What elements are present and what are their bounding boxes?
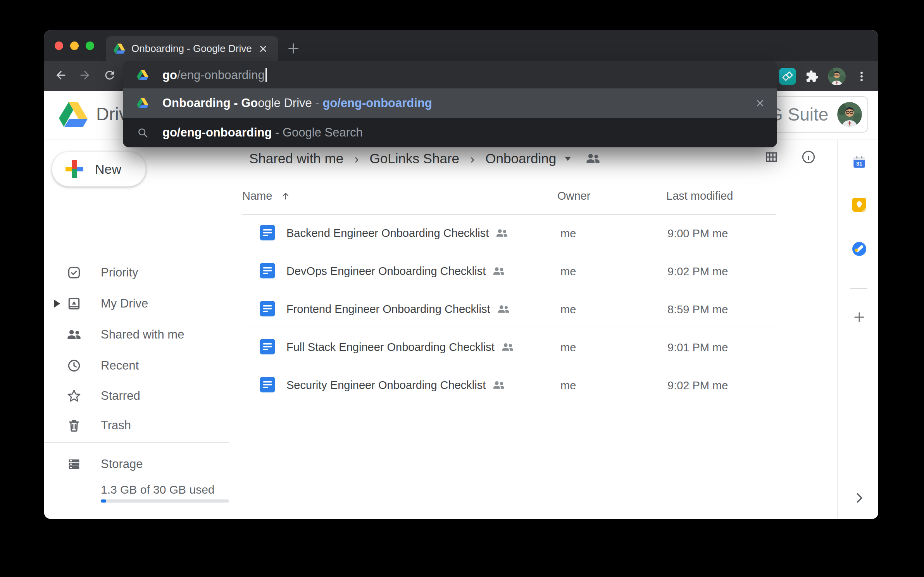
- suggestion-title-match: Onboarding - Go: [162, 96, 258, 110]
- file-name: Backend Engineer Onboarding Checklist: [286, 227, 489, 240]
- info-icon[interactable]: [801, 149, 816, 165]
- suggestion-separator: -: [315, 96, 319, 110]
- shared-people-icon: [496, 229, 508, 238]
- remove-suggestion-icon[interactable]: [755, 98, 765, 109]
- table-row[interactable]: Backend Engineer Onboarding Checklist me…: [242, 214, 776, 252]
- table-header: Name Owner Last modified: [242, 180, 776, 215]
- extensions-puzzle-icon[interactable]: [805, 70, 819, 83]
- table-row[interactable]: Frontend Engineer Onboarding Checklist m…: [242, 290, 776, 328]
- back-button[interactable]: [54, 69, 67, 82]
- sidebar-item-label: Priority: [101, 266, 138, 280]
- file-modified: 9:02 PM me: [667, 265, 728, 278]
- shared-people-icon: [497, 305, 510, 314]
- grid-view-icon[interactable]: [764, 149, 779, 165]
- forward-button[interactable]: [78, 69, 91, 82]
- sidebar-item-recent[interactable]: Recent: [44, 350, 229, 381]
- sidebar-item-starred[interactable]: Starred: [44, 380, 229, 411]
- folder-menu-caret-icon[interactable]: [565, 157, 571, 161]
- omnibox-input[interactable]: go/eng-onboarding: [123, 61, 777, 88]
- file-name: Security Engineer Onboarding Checklist: [286, 379, 486, 392]
- text-cursor: [265, 68, 267, 82]
- sidebar-item-label: Recent: [101, 359, 139, 373]
- browser-menu-icon[interactable]: [855, 70, 868, 83]
- tab-close-icon[interactable]: [258, 44, 268, 54]
- file-modified: 8:59 PM me: [667, 303, 728, 316]
- star-icon: [67, 389, 81, 403]
- suggestion-google-search[interactable]: go/eng-onboarding - Google Search: [123, 118, 777, 147]
- macos-minimize-button[interactable]: [70, 41, 79, 50]
- google-calendar-icon[interactable]: 31: [852, 155, 866, 169]
- omnibox-completion-text: /eng-onboarding: [177, 68, 265, 82]
- sidebar-divider: [44, 442, 229, 443]
- sidebar-item-priority[interactable]: Priority: [44, 257, 229, 288]
- tab-bar: Onboarding - Google Drive: [44, 30, 878, 61]
- new-tab-button[interactable]: [287, 42, 300, 55]
- sidebar-item-shared-with-me[interactable]: Shared with me: [44, 319, 229, 350]
- collapse-panel-chevron-icon[interactable]: [852, 491, 866, 505]
- column-header-owner: Owner: [557, 190, 590, 202]
- sidebar-item-label: Storage: [101, 457, 143, 471]
- column-header-name[interactable]: Name: [242, 190, 291, 202]
- suggestion-title-rest: ogle Drive: [258, 96, 312, 110]
- breadcrumb-golinks-share[interactable]: GoLinks Share: [370, 151, 460, 166]
- suggestion-search-label: Google Search: [283, 126, 363, 139]
- file-modified: 9:02 PM me: [667, 379, 728, 392]
- sidebar-item-my-drive[interactable]: My Drive: [44, 288, 229, 319]
- calendar-day-label: 31: [856, 161, 862, 167]
- shared-people-icon: [502, 343, 514, 352]
- folder-shared-icon[interactable]: [586, 153, 600, 164]
- breadcrumb-separator-icon: ›: [470, 151, 474, 166]
- table-row[interactable]: Full Stack Engineer Onboarding Checklist…: [242, 328, 776, 366]
- table-row[interactable]: Security Engineer Onboarding Checklist m…: [242, 366, 776, 404]
- table-row[interactable]: DevOps Engineer Onboarding Checklist me …: [242, 252, 776, 290]
- google-tasks-icon[interactable]: [852, 242, 866, 256]
- breadcrumb-shared-with-me[interactable]: Shared with me: [249, 151, 343, 166]
- sidebar: New Priority My Drive: [44, 140, 229, 519]
- add-panel-icon[interactable]: [852, 310, 866, 324]
- file-name: DevOps Engineer Onboarding Checklist: [286, 265, 486, 278]
- sidebar-item-trash[interactable]: Trash: [44, 410, 229, 441]
- toolbar-right-cluster: [779, 61, 878, 91]
- file-modified: 9:01 PM me: [667, 341, 728, 354]
- new-button-label: New: [95, 162, 121, 177]
- breadcrumb-separator-icon: ›: [354, 151, 359, 166]
- gsuite-label: G Suite: [769, 104, 837, 125]
- reload-button[interactable]: [103, 69, 116, 82]
- breadcrumb-onboarding[interactable]: Onboarding: [485, 151, 556, 166]
- breadcrumb: Shared with me › GoLinks Share › Onboard…: [249, 148, 600, 169]
- search-icon: [137, 127, 148, 138]
- file-owner: me: [560, 227, 576, 240]
- file-owner: me: [560, 303, 576, 316]
- file-list: Backend Engineer Onboarding Checklist me…: [242, 214, 776, 404]
- suggestion-drive-result[interactable]: Onboarding - Google Drive - go/eng-onboa…: [123, 88, 777, 118]
- file-owner: me: [560, 265, 576, 278]
- expand-caret-icon[interactable]: [54, 300, 60, 308]
- google-drive-favicon-icon: [137, 97, 148, 109]
- priority-icon: [67, 265, 81, 280]
- omnibox-typed-text: go: [162, 68, 177, 82]
- suggestion-url: go/eng-onboarding: [322, 96, 432, 110]
- shared-people-icon: [67, 327, 81, 342]
- google-drive-favicon-icon: [114, 43, 125, 54]
- storage-progress-fill: [101, 499, 106, 503]
- macos-zoom-button[interactable]: [86, 41, 94, 50]
- browser-profile-avatar[interactable]: [828, 67, 846, 85]
- sidebar-item-label: My Drive: [101, 297, 148, 311]
- storage-progress-bar: [101, 499, 229, 503]
- new-button[interactable]: New: [52, 152, 146, 187]
- suggestion-separator: -: [275, 126, 279, 139]
- google-drive-logo-icon[interactable]: [59, 102, 88, 127]
- google-keep-icon[interactable]: [852, 198, 866, 212]
- drive-page: Drive G Suite: [44, 91, 878, 519]
- rail-divider: [850, 288, 867, 289]
- golinks-extension-icon[interactable]: [779, 68, 796, 85]
- trash-icon: [67, 418, 81, 433]
- browser-tab[interactable]: Onboarding - Google Drive: [106, 36, 278, 61]
- google-docs-file-icon: [260, 301, 275, 316]
- google-docs-file-icon: [260, 225, 275, 240]
- account-avatar[interactable]: [837, 102, 862, 127]
- macos-close-button[interactable]: [55, 41, 63, 50]
- sidebar-item-storage[interactable]: Storage: [44, 449, 229, 480]
- google-docs-file-icon: [260, 377, 275, 392]
- file-owner: me: [560, 341, 576, 354]
